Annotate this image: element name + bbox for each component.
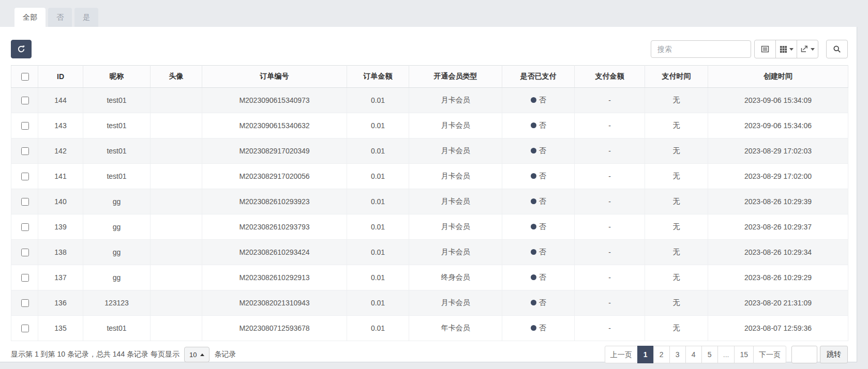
- cell-pay-amount: -: [575, 265, 645, 290]
- table-row: 138 gg M2023082610293424 0.01 月卡会员 否 - 无…: [11, 240, 848, 265]
- cell-avatar: [151, 113, 202, 139]
- pagination-info-text: 显示第 1 到第 10 条记录，总共 144 条记录 每页显示: [11, 350, 179, 359]
- search-toggle-button[interactable]: [826, 40, 848, 58]
- column-header-paid: 是否已支付: [502, 66, 575, 88]
- cell-pay-time: 无: [645, 240, 708, 265]
- tab-yes[interactable]: 是: [74, 8, 98, 27]
- row-select-cell: [11, 164, 38, 189]
- cell-order-no: M2023080712593678: [202, 316, 347, 341]
- export-icon: [800, 45, 809, 53]
- row-checkbox[interactable]: [21, 249, 29, 256]
- cell-amount: 0.01: [347, 290, 409, 316]
- cell-nickname: gg: [83, 265, 151, 290]
- select-all-checkbox[interactable]: [21, 73, 29, 81]
- page-button-1[interactable]: 1: [637, 346, 654, 363]
- row-select-cell: [11, 113, 38, 139]
- row-checkbox[interactable]: [21, 325, 29, 332]
- cell-amount: 0.01: [347, 139, 409, 164]
- row-checkbox[interactable]: [21, 173, 29, 180]
- tab-all[interactable]: 全部: [14, 8, 46, 27]
- column-header-nickname: 昵称: [83, 66, 151, 88]
- cell-member-type: 月卡会员: [409, 214, 502, 240]
- cell-order-no: M2023082610293923: [202, 189, 347, 214]
- columns-toggle-button[interactable]: [775, 40, 797, 58]
- cell-pay-amount: -: [575, 164, 645, 189]
- table-row: 135 test01 M2023080712593678 0.01 年卡会员 否…: [11, 316, 848, 341]
- page-button-3[interactable]: 3: [669, 346, 686, 363]
- table-toolbar: [11, 40, 848, 58]
- export-button[interactable]: [797, 40, 818, 58]
- cell-id: 136: [38, 290, 83, 316]
- cell-amount: 0.01: [347, 265, 409, 290]
- cell-avatar: [151, 214, 202, 240]
- row-checkbox[interactable]: [21, 97, 29, 104]
- paid-status-dot-icon: [531, 300, 536, 305]
- page-ellipsis[interactable]: ...: [717, 346, 735, 363]
- jump-button[interactable]: 跳转: [820, 346, 848, 363]
- table-header-row: ID 昵称 头像 订单编号 订单金额 开通会员类型 是否已支付 支付金额 支付时…: [11, 66, 848, 88]
- row-select-cell: [11, 88, 38, 113]
- row-select-cell: [11, 189, 38, 214]
- cell-order-no: M2023082917020349: [202, 139, 347, 164]
- table-row: 140 gg M2023082610293923 0.01 月卡会员 否 - 无…: [11, 189, 848, 214]
- cell-pay-time: 无: [645, 164, 708, 189]
- row-checkbox[interactable]: [21, 223, 29, 231]
- column-header-avatar: 头像: [151, 66, 202, 88]
- cell-pay-amount: -: [575, 240, 645, 265]
- detail-view-button[interactable]: [754, 40, 776, 58]
- cell-pay-time: 无: [645, 189, 708, 214]
- page-button-2[interactable]: 2: [653, 346, 670, 363]
- cell-id: 140: [38, 189, 83, 214]
- jump-page-input[interactable]: [791, 346, 817, 363]
- cell-amount: 0.01: [347, 316, 409, 341]
- search-input[interactable]: [651, 40, 751, 58]
- cell-created: 2023-08-07 12:59:36: [708, 316, 848, 341]
- cell-pay-time: 无: [645, 139, 708, 164]
- column-header-pay-amount: 支付金额: [575, 66, 645, 88]
- pagination-bar: 显示第 1 到第 10 条记录，总共 144 条记录 每页显示 10 条记录 上…: [11, 346, 848, 363]
- cell-order-no: M2023082610293424: [202, 240, 347, 265]
- cell-id: 139: [38, 214, 83, 240]
- row-checkbox[interactable]: [21, 147, 29, 155]
- paid-status-dot-icon: [531, 173, 536, 179]
- select-all-header: [11, 66, 38, 88]
- paid-status-dot-icon: [531, 122, 536, 128]
- row-checkbox[interactable]: [21, 299, 29, 307]
- cell-order-no: M2023090615340632: [202, 113, 347, 139]
- row-checkbox[interactable]: [21, 274, 29, 282]
- cell-member-type: 年卡会员: [409, 316, 502, 341]
- page-prev-button[interactable]: 上一页: [605, 346, 638, 363]
- page-size-select[interactable]: 10: [184, 347, 209, 362]
- cell-avatar: [151, 88, 202, 113]
- refresh-button[interactable]: [11, 40, 32, 58]
- cell-avatar: [151, 164, 202, 189]
- cell-created: 2023-08-29 17:02:00: [708, 164, 848, 189]
- cell-member-type: 月卡会员: [409, 139, 502, 164]
- cell-amount: 0.01: [347, 240, 409, 265]
- cell-created: 2023-09-06 15:34:06: [708, 113, 848, 139]
- cell-order-no: M2023082610292913: [202, 265, 347, 290]
- table-row: 139 gg M2023082610293793 0.01 月卡会员 否 - 无…: [11, 214, 848, 240]
- cell-created: 2023-08-26 10:29:39: [708, 189, 848, 214]
- cell-created: 2023-08-29 17:02:03: [708, 139, 848, 164]
- cell-avatar: [151, 290, 202, 316]
- column-header-member-type: 开通会员类型: [409, 66, 502, 88]
- cell-created: 2023-08-26 10:29:37: [708, 214, 848, 240]
- row-checkbox[interactable]: [21, 198, 29, 206]
- chevron-down-icon: [811, 48, 815, 51]
- cell-member-type: 月卡会员: [409, 240, 502, 265]
- page-button-5[interactable]: 5: [701, 346, 718, 363]
- page-button-4[interactable]: 4: [685, 346, 702, 363]
- tab-no[interactable]: 否: [48, 8, 72, 27]
- detail-view-icon: [761, 45, 769, 53]
- page-button-15[interactable]: 15: [734, 346, 754, 363]
- row-checkbox[interactable]: [21, 122, 29, 130]
- cell-id: 142: [38, 139, 83, 164]
- cell-amount: 0.01: [347, 214, 409, 240]
- cell-paid: 否: [502, 113, 575, 139]
- cell-nickname: test01: [83, 316, 151, 341]
- cell-created: 2023-09-06 15:34:09: [708, 88, 848, 113]
- table-row: 144 test01 M2023090615340973 0.01 月卡会员 否…: [11, 88, 848, 113]
- page-next-button[interactable]: 下一页: [753, 346, 786, 363]
- table-row: 141 test01 M2023082917020056 0.01 月卡会员 否…: [11, 164, 848, 189]
